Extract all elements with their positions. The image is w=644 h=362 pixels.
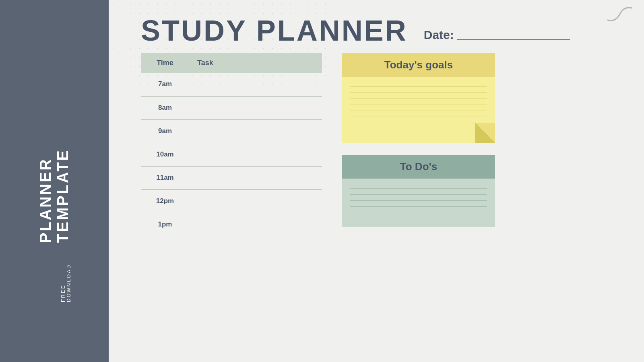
schedule-table: Time Task 7am8am9am10am11am12pm1pm xyxy=(141,53,322,236)
table-row: 7am xyxy=(141,73,322,96)
date-input-line[interactable] xyxy=(457,39,570,40)
goals-line xyxy=(350,117,487,117)
notes-section: Today's goals To Do's xyxy=(342,53,628,236)
goals-header: Today's goals xyxy=(342,53,495,77)
time-cell: 12pm xyxy=(141,189,189,213)
content-area: Time Task 7am8am9am10am11am12pm1pm Today… xyxy=(109,53,644,236)
header: STUDY PLANNER Date: xyxy=(109,0,644,53)
table-row: 10am xyxy=(141,143,322,166)
sidebar-free-download: FREE DOWNLOAD xyxy=(60,245,72,302)
task-cell[interactable] xyxy=(189,96,322,119)
task-cell[interactable] xyxy=(189,119,322,143)
table-row: 12pm xyxy=(141,189,322,213)
time-cell: 1pm xyxy=(141,213,189,236)
todos-header: To Do's xyxy=(342,155,495,179)
time-cell: 11am xyxy=(141,166,189,189)
goals-note: Today's goals xyxy=(342,53,495,143)
goals-line xyxy=(350,99,487,99)
goals-line xyxy=(350,93,487,93)
goals-line xyxy=(350,86,487,87)
goals-line xyxy=(350,129,487,129)
col-header-task: Task xyxy=(189,53,322,73)
time-cell: 7am xyxy=(141,73,189,96)
sidebar-planner-template: PLANNER TEMPLATE xyxy=(37,60,72,243)
task-cell[interactable] xyxy=(189,189,322,213)
table-row: 8am xyxy=(141,96,322,119)
task-cell[interactable] xyxy=(189,143,322,166)
todos-line xyxy=(350,194,487,195)
time-cell: 9am xyxy=(141,119,189,143)
table-row: 1pm xyxy=(141,213,322,236)
todos-body xyxy=(342,179,495,227)
date-section: Date: xyxy=(424,28,570,45)
col-header-time: Time xyxy=(141,53,189,73)
goals-line xyxy=(350,123,487,123)
schedule-section: Time Task 7am8am9am10am11am12pm1pm xyxy=(141,53,322,236)
task-cell[interactable] xyxy=(189,166,322,189)
goals-line xyxy=(350,105,487,105)
table-row: 11am xyxy=(141,166,322,189)
table-row: 9am xyxy=(141,119,322,143)
todos-note: To Do's xyxy=(342,155,495,227)
goals-line xyxy=(350,111,487,111)
sidebar: FREE DOWNLOAD PLANNER TEMPLATE xyxy=(0,0,109,362)
goals-body xyxy=(342,77,495,143)
time-cell: 8am xyxy=(141,96,189,119)
date-label: Date: xyxy=(424,28,454,42)
task-cell[interactable] xyxy=(189,73,322,96)
page-title: STUDY PLANNER xyxy=(141,16,408,45)
task-cell[interactable] xyxy=(189,213,322,236)
main-content: STUDY PLANNER Date: Time Task 7am8am9am1… xyxy=(109,0,644,362)
todos-line xyxy=(350,188,487,189)
todos-line xyxy=(350,200,487,201)
time-cell: 10am xyxy=(141,143,189,166)
todos-line xyxy=(350,206,487,207)
